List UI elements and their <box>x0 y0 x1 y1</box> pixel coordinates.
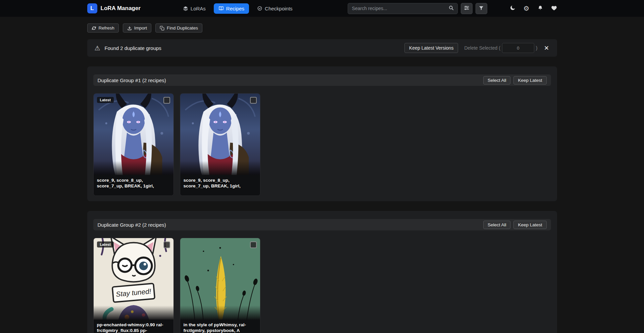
recipe-card[interactable]: Stay tuned! Latest pp-enchanted-whimsy:0… <box>93 238 174 333</box>
group-title: Duplicate Group #2 (2 recipes) <box>98 222 166 228</box>
refresh-icon <box>92 26 96 31</box>
notifications-button[interactable] <box>537 5 543 12</box>
recipes-toolbar: Refresh Import Find Duplicates <box>87 23 557 33</box>
recipe-checkbox[interactable] <box>163 97 170 104</box>
delete-selected-prefix: Delete Selected ( <box>464 45 500 51</box>
keep-latest-versions-button[interactable]: Keep Latest Versions <box>404 43 458 53</box>
duplicate-group-1: Duplicate Group #1 (2 recipes) Select Al… <box>87 66 557 201</box>
filter-button[interactable] <box>476 3 487 14</box>
warning-icon: ⚠ <box>95 44 100 52</box>
keep-latest-button[interactable]: Keep Latest <box>513 221 546 229</box>
find-duplicates-label: Find Duplicates <box>167 25 198 31</box>
refresh-label: Refresh <box>99 25 114 31</box>
select-all-button[interactable]: Select All <box>483 76 511 85</box>
sliders-icon <box>464 5 469 12</box>
duplicates-banner: ⚠ Found 2 duplicate groups Keep Latest V… <box>87 39 557 57</box>
theme-toggle-button[interactable] <box>509 5 516 12</box>
layers-icon <box>183 6 188 11</box>
settings-button[interactable]: ⚙ <box>524 5 530 12</box>
group-cards: Stay tuned! Latest pp-enchanted-whimsy:0… <box>93 238 551 333</box>
banner-message: Found 2 duplicate groups <box>105 45 161 51</box>
duplicate-group-2: Duplicate Group #2 (2 recipes) Select Al… <box>87 211 557 333</box>
import-icon <box>127 26 132 31</box>
recipe-card[interactable]: in the style of ppWhimsy, ral-frctlgmtry… <box>180 238 260 333</box>
recipe-image <box>180 238 260 320</box>
keep-latest-button[interactable]: Keep Latest <box>513 76 546 85</box>
nav-tab-checkpoints[interactable]: Checkpoints <box>252 3 297 14</box>
group-title: Duplicate Group #1 (2 recipes) <box>98 77 166 83</box>
search-box <box>348 3 458 14</box>
app-brand: L LoRA Manager <box>87 3 141 13</box>
find-duplicates-button[interactable]: Find Duplicates <box>155 23 202 33</box>
recipe-caption: score_9, score_8_up, score_7_up, BREAK, … <box>94 175 174 196</box>
book-icon <box>218 6 224 11</box>
nav-tab-label: LoRAs <box>191 6 206 11</box>
banner-close-button[interactable]: × <box>543 44 549 52</box>
recipe-checkbox[interactable] <box>250 241 257 248</box>
delete-count-input[interactable] <box>502 43 534 53</box>
recipe-checkbox[interactable] <box>163 241 170 248</box>
select-all-button[interactable]: Select All <box>483 221 511 229</box>
app-logo-letter: L <box>90 5 94 12</box>
group-cards: Latest score_9, score_8_up, score_7_up, … <box>93 93 551 196</box>
search-icon <box>448 5 454 12</box>
delete-selected-suffix: ) <box>536 45 538 51</box>
nav-actions: ⚙ <box>509 5 557 12</box>
recipe-card[interactable]: Latest score_9, score_8_up, score_7_up, … <box>93 93 174 196</box>
support-button[interactable] <box>551 5 557 12</box>
recipe-caption: in the style of ppWhimsy, ral-frctlgmtry… <box>180 320 260 333</box>
bell-icon <box>537 5 543 12</box>
search-button[interactable] <box>445 5 457 12</box>
main-content: Refresh Import Find Duplicates ⚠ Found 2… <box>87 23 557 333</box>
gear-icon: ⚙ <box>524 5 530 12</box>
import-button[interactable]: Import <box>123 23 151 33</box>
search-input[interactable] <box>348 6 445 11</box>
group-header: Duplicate Group #1 (2 recipes) Select Al… <box>93 74 551 86</box>
app-logo[interactable]: L <box>87 3 97 13</box>
nav-tab-loras[interactable]: LoRAs <box>178 3 210 14</box>
search-group <box>348 3 487 14</box>
moon-icon <box>509 5 516 12</box>
delete-selected-control: Delete Selected ( ) <box>464 43 537 53</box>
latest-badge: Latest <box>97 241 114 247</box>
recipe-image: Stay tuned! <box>94 238 174 320</box>
nav-tab-recipes[interactable]: Recipes <box>214 3 249 14</box>
group-header: Duplicate Group #2 (2 recipes) Select Al… <box>93 219 551 230</box>
recipe-checkbox[interactable] <box>250 97 257 104</box>
copy-icon <box>160 26 164 31</box>
main-nav: LoRAs Recipes Checkpoints <box>178 3 297 14</box>
recipe-card[interactable]: score_9, score_8_up, score_7_up, BREAK, … <box>180 93 260 196</box>
check-circle-icon <box>257 6 262 11</box>
funnel-icon <box>479 5 484 12</box>
sliders-button[interactable] <box>461 3 473 14</box>
latest-badge: Latest <box>97 97 114 103</box>
app-title: LoRA Manager <box>101 5 141 12</box>
recipe-image <box>180 94 260 175</box>
nav-tab-label: Recipes <box>226 6 244 11</box>
refresh-button[interactable]: Refresh <box>87 23 119 33</box>
recipe-image <box>94 94 174 175</box>
recipe-caption: score_9, score_8_up, score_7_up, BREAK, … <box>180 175 260 196</box>
heart-icon <box>551 5 557 12</box>
import-label: Import <box>134 25 147 31</box>
top-navbar: L LoRA Manager LoRAs Recipes C <box>0 0 644 17</box>
nav-tab-label: Checkpoints <box>265 6 293 11</box>
recipe-caption: pp-enchanted-whimsy:0.90 ral-frctlgmtry_… <box>94 320 174 333</box>
